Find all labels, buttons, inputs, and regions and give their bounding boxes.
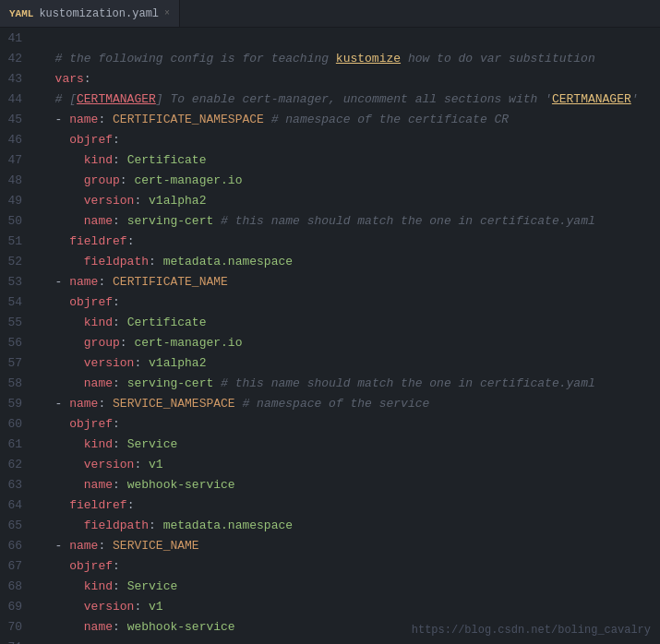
plain-token: : xyxy=(113,295,120,309)
table-row: fieldref: xyxy=(41,495,660,515)
line-number: 42 xyxy=(0,48,28,68)
comment-token: # this name should match the one in cert… xyxy=(213,214,594,228)
close-icon[interactable]: × xyxy=(164,8,170,18)
line-numbers: 4142434445464748495051525354555657585960… xyxy=(0,28,35,644)
table-row: objref: xyxy=(41,129,660,149)
table-row: vars: xyxy=(41,68,660,89)
table-row: # [CERTMANAGER] To enable cert-manager, … xyxy=(41,89,660,109)
line-number: 54 xyxy=(0,292,28,312)
line-number: 49 xyxy=(0,190,28,210)
key-token: objref xyxy=(69,133,113,147)
table-row xyxy=(41,637,660,644)
plain-token: : xyxy=(120,173,135,187)
indent-token xyxy=(41,194,84,208)
plain-token: : xyxy=(113,579,127,593)
dash-token: - xyxy=(55,397,70,411)
plain-token: : xyxy=(127,234,135,248)
indent-token xyxy=(41,234,69,248)
plain-token: : xyxy=(134,194,149,208)
table-row: version: v1alpha2 xyxy=(41,190,660,210)
indent-token xyxy=(41,356,84,370)
key-token: name xyxy=(84,620,113,634)
indent-token xyxy=(41,417,69,431)
line-number: 47 xyxy=(0,149,28,170)
indent-token xyxy=(41,397,55,411)
yaml-icon: YAML xyxy=(9,8,33,19)
indent-token xyxy=(41,498,69,512)
indent-token xyxy=(41,153,84,167)
tab-filename: kustomization.yaml xyxy=(39,7,159,20)
table-row: - name: CERTIFICATE_NAMESPACE # namespac… xyxy=(41,109,660,129)
indent-token xyxy=(41,437,84,451)
key-token: objref xyxy=(69,295,113,309)
table-row: fieldpath: metadata.namespace xyxy=(41,515,660,535)
tab-kustomization-yaml[interactable]: YAML kustomization.yaml × xyxy=(0,0,180,27)
comment-token: how to do var substitution xyxy=(401,52,595,66)
key-token: objref xyxy=(69,417,113,431)
strval-token: Certificate xyxy=(127,316,207,329)
key-token: name xyxy=(69,539,98,553)
strval-token: v1alpha2 xyxy=(149,194,206,208)
fpval-token: metadata.namespace xyxy=(163,519,293,532)
indent-token xyxy=(41,336,84,350)
strval-token: Certificate xyxy=(127,153,207,167)
window: YAML kustomization.yaml × 41424344454647… xyxy=(0,0,660,644)
nameval-token: CERTIFICATE_NAMESPACE xyxy=(113,113,264,126)
line-number: 65 xyxy=(0,515,28,535)
line-number: 64 xyxy=(0,495,28,515)
key-token: kind xyxy=(84,437,113,451)
code-content[interactable]: # the following config is for teaching k… xyxy=(35,28,660,644)
plain-token: : xyxy=(113,316,127,329)
table-row: fieldref: xyxy=(41,231,660,251)
line-number: 57 xyxy=(0,352,28,373)
line-number: 51 xyxy=(0,231,28,251)
key-token: version xyxy=(84,600,135,614)
comment-token: # the following config is for teaching xyxy=(41,52,336,66)
plain-token: : xyxy=(113,478,127,492)
key-token: name xyxy=(69,397,98,411)
key-token: fieldpath xyxy=(84,255,149,268)
plain-token: : xyxy=(98,113,113,126)
dash-token: - xyxy=(55,113,70,126)
line-number: 61 xyxy=(0,434,28,454)
table-row xyxy=(41,28,660,48)
strval-token: serving-cert xyxy=(127,214,214,228)
table-row: version: v1 xyxy=(41,596,660,616)
table-row: name: webhook-service xyxy=(41,474,660,495)
strval-token: serving-cert xyxy=(127,376,214,390)
indent-token xyxy=(41,478,84,492)
indent-token xyxy=(41,173,84,187)
table-row: objref: xyxy=(41,555,660,576)
table-row: name: serving-cert # this name should ma… xyxy=(41,210,660,231)
indent-token xyxy=(41,214,84,228)
table-row: group: cert-manager.io xyxy=(41,170,660,190)
indent-token xyxy=(41,316,84,329)
indent-token xyxy=(41,620,84,634)
table-row: version: v1alpha2 xyxy=(41,352,660,373)
plain-token: : xyxy=(134,458,149,471)
line-number: 63 xyxy=(0,474,28,495)
table-row: kind: Certificate xyxy=(41,149,660,170)
key-token: fieldref xyxy=(69,234,126,248)
indent-token xyxy=(41,275,55,289)
certmanager2-token: CERTMANAGER xyxy=(552,92,631,106)
line-number: 50 xyxy=(0,210,28,231)
kustomize-token: kustomize xyxy=(336,52,401,66)
indent-token xyxy=(41,255,84,268)
key-token: group xyxy=(84,173,120,187)
strval-token: webhook-service xyxy=(127,478,235,492)
table-row: objref: xyxy=(41,413,660,434)
key-token: group xyxy=(84,336,120,350)
plain-token: : xyxy=(134,356,149,370)
plain-token: : xyxy=(98,275,113,289)
table-row: objref: xyxy=(41,292,660,312)
plain-token: : xyxy=(84,72,91,86)
strval-token: v1 xyxy=(149,600,163,614)
line-number: 70 xyxy=(0,616,28,637)
key-token: name xyxy=(84,214,113,228)
table-row: # the following config is for teaching k… xyxy=(41,48,660,68)
strval-token: webhook-service xyxy=(127,620,235,634)
plain-token: : xyxy=(149,519,163,532)
nameval-token: SERVICE_NAMESPACE xyxy=(113,397,235,411)
table-row: kind: Service xyxy=(41,576,660,596)
